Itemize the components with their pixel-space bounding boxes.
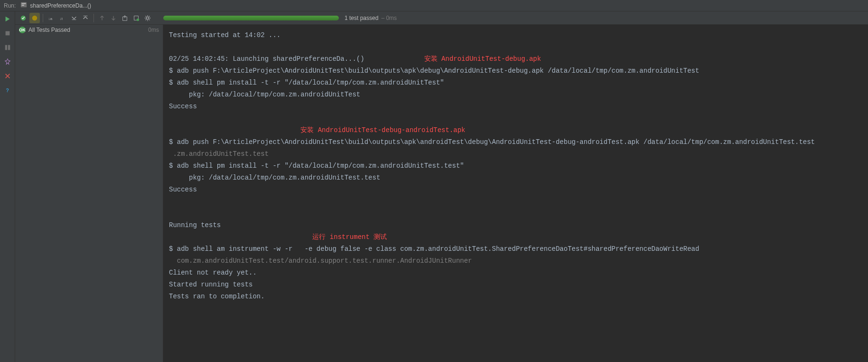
console-line: $ adb shell am instrument -w -r -e debug… [169,245,699,253]
svg-point-19 [146,17,149,19]
run-config-icon [20,1,27,10]
annotation-run-instrument: 运行 instrument 测试 [312,233,387,241]
show-passed-toggle[interactable] [18,13,28,23]
svg-rect-1 [22,3,26,4]
svg-text:?: ? [6,87,9,93]
svg-point-18 [137,18,139,20]
test-status-text: 1 test passed [345,15,378,21]
console-line: $ adb push F:\ArticleProject\AndroidUnit… [169,138,815,146]
stop-button[interactable] [2,28,13,39]
main-row: ? ↓a ↓t [0,11,868,362]
export-results-button[interactable] [120,13,130,23]
toolbar-separator [43,14,43,22]
body-row: OK All Tests Passed 0ms Testing started … [15,25,868,362]
svg-text:↓a: ↓a [48,16,53,20]
console-output[interactable]: Testing started at 14:02 ... 02/25 14:02… [163,25,868,362]
pin-button[interactable] [2,56,13,67]
console-line: Client not ready yet.. [169,269,257,276]
console-line-wrap: com.zm.androidUnitTest.test/android.supp… [173,257,472,265]
console-line: Success [169,103,197,110]
test-progress-bar [163,16,339,20]
run-label: Run: [4,2,16,9]
console-line: Tests ran to completion. [169,293,265,300]
annotation-install-debug: 安装 AndroidUnitTest-debug.apk [424,55,541,63]
close-button[interactable] [2,70,13,82]
show-ignored-toggle[interactable] [29,13,40,23]
left-gutter: ? [0,11,15,362]
svg-point-11 [32,15,37,20]
console-line: Running tests [169,221,221,229]
run-tab-bar: Run: sharedPreferenceDa...() [0,0,868,11]
svg-rect-2 [22,5,24,6]
toolbar-separator [93,14,94,22]
test-progress-fill [163,16,339,20]
sort-alpha-button[interactable]: ↓a [46,13,56,23]
run-config-name[interactable]: sharedPreferenceDa...() [30,2,91,9]
svg-marker-3 [5,17,9,22]
console-line: $ adb shell pm install -t -r "/data/loca… [169,79,444,86]
console-line: Started running tests [169,281,252,288]
console-line-wrap: .zm.androidUnitTest.test [173,150,269,158]
tree-root-node[interactable]: OK All Tests Passed 0ms [15,25,163,35]
center-column: ↓a ↓t [15,11,868,362]
expand-all-button[interactable] [69,13,79,23]
svg-text:↓t: ↓t [60,16,63,20]
console-line: Testing started at 14:02 ... [169,31,280,39]
test-status-time: – 0ms [381,15,397,21]
console-line: $ adb shell pm install -t -r "/data/loca… [169,162,464,170]
prev-failed-button[interactable] [97,13,107,23]
svg-rect-6 [8,45,9,50]
test-tree-panel: OK All Tests Passed 0ms [15,25,163,362]
console-line: pkg: /data/local/tmp/com.zm.androidUnitT… [169,174,380,181]
rerun-button[interactable] [2,13,13,25]
import-results-button[interactable] [131,13,141,23]
next-failed-button[interactable] [108,13,119,23]
test-toolbar: ↓a ↓t [15,11,868,25]
svg-rect-4 [5,31,9,36]
help-button[interactable]: ? [2,85,13,96]
console-line: pkg: /data/local/tmp/com.zm.androidUnitT… [169,91,360,98]
ok-icon: OK [19,27,26,33]
console-line: Success [169,186,197,193]
collapse-all-button[interactable] [80,13,91,23]
annotation-install-androidtest: 安装 AndroidUnitTest-debug-androidTest.apk [300,126,465,134]
svg-rect-5 [5,45,7,50]
console-line: $ adb push F:\ArticleProject\AndroidUnit… [169,67,699,75]
tree-root-label: All Tests Passed [28,27,70,33]
sort-duration-button[interactable]: ↓t [57,13,68,23]
tree-root-time: 0ms [148,27,159,33]
layout-button[interactable] [2,42,13,53]
settings-button[interactable] [142,13,153,23]
console-line: 02/25 14:02:45: Launching sharedPreferen… [169,55,364,63]
